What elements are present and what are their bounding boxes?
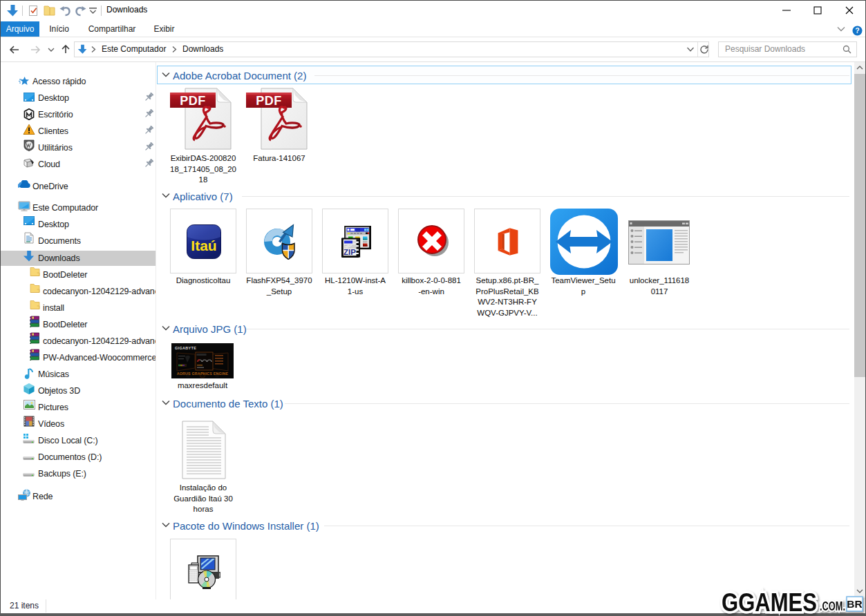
svg-text:ZIP: ZIP [343,248,356,256]
svg-text:GIGABYTE: GIGABYTE [175,346,196,350]
svg-text:BR: BR [847,598,862,610]
svg-text:PDF: PDF [180,94,206,108]
svg-text:?: ? [855,26,859,35]
svg-text:GGAMES: GGAMES [722,588,817,616]
svg-text:PDF: PDF [256,94,282,108]
svg-text:.COM.: .COM. [820,599,845,613]
svg-text:Itaú: Itaú [191,238,216,253]
svg-text:AORUS GRAPHICS ENGINE: AORUS GRAPHICS ENGINE [177,372,229,376]
